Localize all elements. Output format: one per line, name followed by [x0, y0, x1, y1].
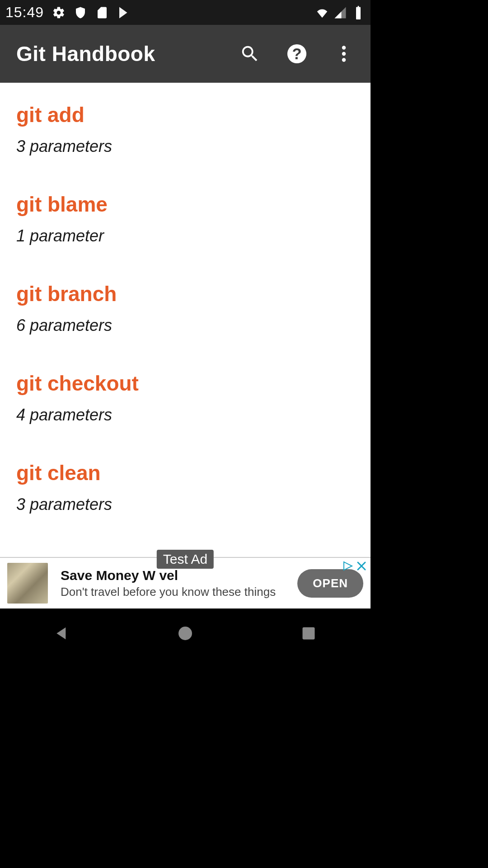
svg-point-3	[342, 52, 346, 56]
command-name: git branch	[16, 282, 354, 306]
svg-rect-6	[303, 627, 315, 640]
ad-text: Save Money W vel Don't travel before you…	[61, 568, 292, 599]
list-item[interactable]: git branch6 parameters	[0, 271, 371, 360]
ad-label: Test Ad	[157, 550, 214, 569]
ad-open-button[interactable]: OPEN	[297, 569, 363, 598]
command-params: 3 parameters	[16, 495, 354, 514]
shield-icon	[74, 6, 87, 19]
sd-card-icon	[95, 6, 109, 19]
app-bar-actions: ?	[239, 43, 354, 64]
ad-subtitle: Don't travel before you know these thing…	[61, 585, 292, 599]
ad-info-icon[interactable]	[343, 561, 353, 571]
nav-bar	[0, 609, 371, 658]
command-params: 4 parameters	[16, 406, 354, 425]
status-bar: 15:49	[0, 0, 371, 25]
more-icon[interactable]	[333, 43, 354, 64]
ad-title: Save Money W vel	[61, 568, 292, 583]
ad-image	[7, 563, 48, 604]
ad-close-icon[interactable]	[356, 561, 367, 571]
command-params: 3 parameters	[16, 137, 354, 156]
command-name: git add	[16, 103, 354, 127]
command-name: git checkout	[16, 371, 354, 396]
wifi-icon	[315, 6, 329, 19]
search-icon[interactable]	[239, 43, 260, 64]
ad-banner[interactable]: Test Ad Save Money W vel Don't travel be…	[0, 557, 371, 609]
status-right	[315, 6, 365, 19]
status-left: 15:49	[5, 4, 131, 21]
svg-point-2	[342, 46, 346, 49]
status-time: 15:49	[5, 4, 44, 21]
svg-text:?: ?	[292, 45, 301, 62]
app-bar: Git Handbook ?	[0, 25, 371, 83]
app-title: Git Handbook	[16, 42, 155, 66]
signal-icon	[333, 6, 347, 19]
command-name: git clean	[16, 461, 354, 485]
battery-icon	[352, 6, 365, 19]
help-icon[interactable]: ?	[286, 43, 307, 64]
command-list: git add3 parametersgit blame1 parameterg…	[0, 83, 371, 557]
list-item[interactable]: git checkout4 parameters	[0, 360, 371, 450]
nav-back-button[interactable]	[48, 620, 75, 647]
nav-home-button[interactable]	[172, 620, 199, 647]
nav-recent-button[interactable]	[295, 620, 322, 647]
gear-icon	[52, 6, 66, 19]
command-params: 1 parameter	[16, 226, 354, 245]
ad-corner	[343, 561, 367, 571]
list-item[interactable]: git blame1 parameter	[0, 181, 371, 271]
list-item[interactable]: git add3 parameters	[0, 92, 371, 181]
svg-point-5	[178, 627, 192, 640]
command-name: git blame	[16, 192, 354, 217]
list-item[interactable]: git clean3 parameters	[0, 450, 371, 539]
svg-point-4	[342, 58, 346, 61]
play-store-icon	[117, 6, 131, 19]
command-params: 6 parameters	[16, 316, 354, 335]
